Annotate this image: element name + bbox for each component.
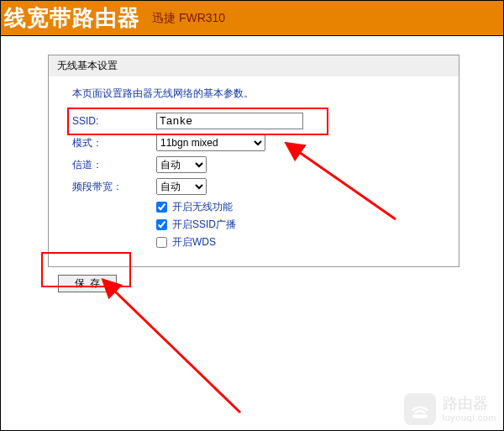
panel-body: 本页面设置路由器无线网络的基本参数。 SSID: 模式： 11bgn mixed… bbox=[49, 76, 459, 266]
save-row: 保存 bbox=[48, 272, 459, 295]
enable-ssid-broadcast-row: 开启SSID广播 bbox=[156, 218, 435, 232]
ssid-label: SSID: bbox=[72, 115, 156, 127]
header-model: 迅捷 FWR310 bbox=[152, 11, 225, 26]
panel-description: 本页面设置路由器无线网络的基本参数。 bbox=[72, 87, 435, 101]
watermark-text: 路由器 luyouqi.com bbox=[443, 396, 496, 423]
channel-row: 信道： 自动 bbox=[72, 156, 435, 173]
header-title: 线宽带路由器 bbox=[4, 3, 140, 33]
enable-wireless-checkbox[interactable] bbox=[156, 202, 167, 213]
enable-ssid-broadcast-checkbox[interactable] bbox=[156, 219, 167, 230]
router-icon bbox=[404, 393, 436, 425]
watermark: 路由器 luyouqi.com bbox=[404, 393, 496, 425]
bandwidth-row: 频段带宽： 自动 bbox=[72, 178, 435, 195]
mode-select[interactable]: 11bgn mixed bbox=[156, 134, 265, 151]
page-content: 无线基本设置 本页面设置路由器无线网络的基本参数。 SSID: 模式： 11bg… bbox=[48, 55, 459, 295]
enable-wireless-label: 开启无线功能 bbox=[172, 200, 233, 214]
enable-wds-row: 开启WDS bbox=[156, 235, 435, 250]
mode-row: 模式： 11bgn mixed bbox=[72, 134, 435, 151]
panel-title: 无线基本设置 bbox=[49, 55, 459, 76]
save-button[interactable]: 保存 bbox=[58, 275, 117, 292]
enable-ssid-broadcast-label: 开启SSID广播 bbox=[172, 218, 236, 232]
app-header: 线宽带路由器 迅捷 FWR310 bbox=[1, 1, 503, 36]
svg-line-1 bbox=[114, 291, 240, 413]
enable-wds-label: 开启WDS bbox=[172, 235, 216, 250]
enable-wds-checkbox[interactable] bbox=[156, 237, 167, 248]
ssid-row: SSID: bbox=[72, 113, 435, 129]
bandwidth-select[interactable]: 自动 bbox=[156, 178, 207, 195]
wireless-settings-panel: 无线基本设置 本页面设置路由器无线网络的基本参数。 SSID: 模式： 11bg… bbox=[48, 55, 459, 267]
svg-rect-2 bbox=[412, 415, 427, 418]
mode-label: 模式： bbox=[72, 136, 156, 150]
channel-label: 信道： bbox=[72, 158, 156, 172]
bandwidth-label: 频段带宽： bbox=[72, 180, 156, 194]
enable-wireless-row: 开启无线功能 bbox=[156, 200, 435, 214]
channel-select[interactable]: 自动 bbox=[156, 156, 207, 173]
ssid-input[interactable] bbox=[156, 113, 303, 129]
